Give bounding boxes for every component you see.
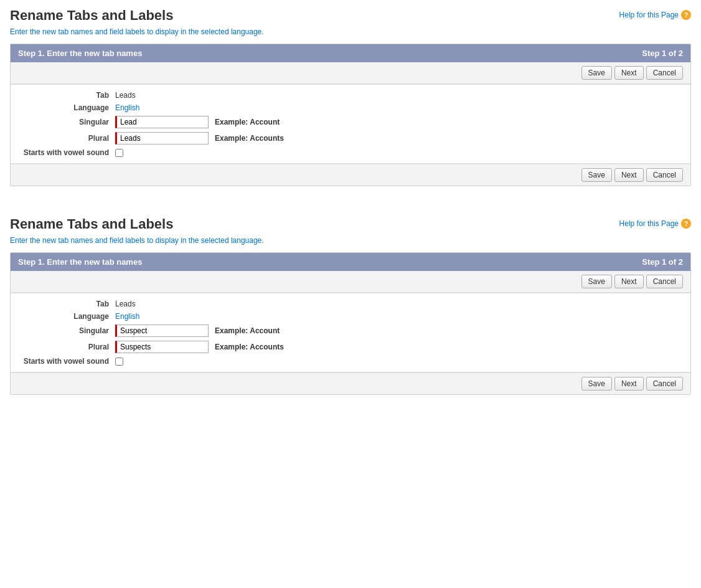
- top-button-row-2: Save Next Cancel: [11, 271, 690, 293]
- form-row-language-1: Language English: [11, 103, 690, 112]
- vowel-checkbox-2[interactable]: [115, 358, 123, 366]
- top-button-row-1: Save Next Cancel: [11, 62, 690, 84]
- form-row-tab-1: Tab Leads: [11, 91, 690, 100]
- language-label-1: Language: [16, 103, 115, 112]
- tab-label-1: Tab: [16, 91, 115, 100]
- plural-label-1: Plural: [16, 134, 115, 143]
- save-button-top-1[interactable]: Save: [581, 66, 612, 80]
- tab-label-2: Tab: [16, 300, 115, 308]
- form-row-vowel-1: Starts with vowel sound: [11, 148, 690, 157]
- form-row-plural-2: Plural Example: Accounts: [11, 341, 690, 353]
- tab-value-1: Leads: [115, 91, 136, 100]
- singular-input-2[interactable]: [115, 325, 209, 337]
- language-value-1[interactable]: English: [115, 103, 139, 112]
- vowel-label-2: Starts with vowel sound: [16, 357, 115, 366]
- form-row-singular-1: Singular Example: Account: [11, 116, 690, 128]
- help-icon-2: ?: [681, 219, 691, 229]
- plural-example-1: Example: Accounts: [215, 134, 284, 143]
- next-button-top-1[interactable]: Next: [614, 66, 644, 80]
- save-button-bottom-1[interactable]: Save: [581, 168, 612, 182]
- singular-input-1[interactable]: [115, 116, 209, 128]
- form-row-language-2: Language English: [11, 312, 690, 321]
- save-button-top-2[interactable]: Save: [581, 275, 612, 288]
- plural-input-2[interactable]: [115, 341, 209, 353]
- save-button-bottom-2[interactable]: Save: [581, 377, 612, 391]
- language-label-2: Language: [16, 312, 115, 321]
- singular-label-1: Singular: [16, 118, 115, 126]
- help-link-2[interactable]: Help for this Page ?: [619, 219, 691, 229]
- help-link-label-2: Help for this Page: [619, 219, 679, 228]
- section-header-right-1: Step 1 of 2: [642, 49, 683, 58]
- form-row-plural-1: Plural Example: Accounts: [11, 132, 690, 145]
- help-icon-1: ?: [681, 10, 691, 20]
- cancel-button-bottom-1[interactable]: Cancel: [646, 168, 683, 182]
- page-subtitle-2: Enter the new tab names and field labels…: [10, 236, 691, 245]
- next-button-bottom-2[interactable]: Next: [614, 377, 644, 391]
- help-link-label-1: Help for this Page: [619, 11, 679, 19]
- page-title-2: Rename Tabs and Labels: [10, 216, 173, 232]
- form-row-vowel-2: Starts with vowel sound: [11, 357, 690, 366]
- tab-value-2: Leads: [115, 300, 136, 308]
- spacer: [10, 191, 691, 216]
- section-2: Step 1. Enter the new tab names Step 1 o…: [10, 252, 691, 395]
- form-row-tab-2: Tab Leads: [11, 300, 690, 308]
- form-area-1: Tab Leads Language English Singular Exam…: [11, 84, 690, 164]
- section-header-left-1: Step 1. Enter the new tab names: [18, 49, 142, 58]
- vowel-checkbox-1[interactable]: [115, 149, 123, 157]
- section-header-left-2: Step 1. Enter the new tab names: [18, 257, 142, 267]
- vowel-label-1: Starts with vowel sound: [16, 148, 115, 157]
- bottom-button-row-1: Save Next Cancel: [11, 164, 690, 186]
- next-button-top-2[interactable]: Next: [614, 275, 644, 288]
- section-header-1: Step 1. Enter the new tab names Step 1 o…: [11, 44, 690, 62]
- language-value-2[interactable]: English: [115, 312, 139, 321]
- page-subtitle-1: Enter the new tab names and field labels…: [10, 27, 691, 36]
- next-button-bottom-1[interactable]: Next: [614, 168, 644, 182]
- plural-label-2: Plural: [16, 343, 115, 351]
- cancel-button-top-1[interactable]: Cancel: [646, 66, 683, 80]
- cancel-button-top-2[interactable]: Cancel: [646, 275, 683, 288]
- plural-example-2: Example: Accounts: [215, 343, 284, 351]
- help-link-1[interactable]: Help for this Page ?: [619, 10, 691, 20]
- section-header-2: Step 1. Enter the new tab names Step 1 o…: [11, 253, 690, 271]
- page-title-1: Rename Tabs and Labels: [10, 7, 173, 24]
- section-header-right-2: Step 1 of 2: [642, 257, 683, 267]
- form-area-2: Tab Leads Language English Singular Exam…: [11, 293, 690, 372]
- singular-label-2: Singular: [16, 326, 115, 335]
- plural-input-1[interactable]: [115, 132, 209, 145]
- singular-example-2: Example: Account: [215, 326, 280, 335]
- form-row-singular-2: Singular Example: Account: [11, 325, 690, 337]
- section-1: Step 1. Enter the new tab names Step 1 o…: [10, 44, 691, 186]
- cancel-button-bottom-2[interactable]: Cancel: [646, 377, 683, 391]
- singular-example-1: Example: Account: [215, 118, 280, 126]
- bottom-button-row-2: Save Next Cancel: [11, 372, 690, 394]
